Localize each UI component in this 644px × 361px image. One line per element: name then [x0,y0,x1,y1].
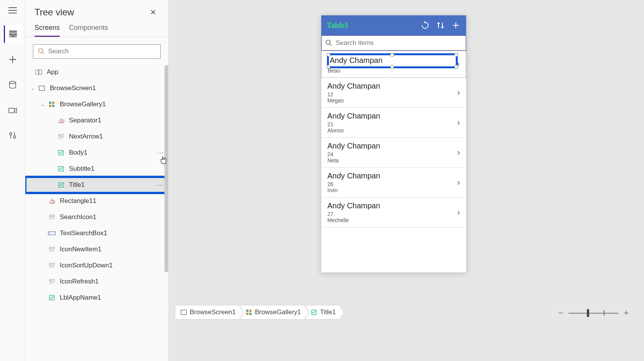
gallery-icon [48,100,56,109]
control-icon: + [48,261,56,270]
app-preview: Table1 Andy ChampanBeau›Andy Champan12Me… [321,15,466,272]
tree-scrollbar[interactable] [164,65,168,272]
tree-node-searchicon1[interactable]: +SearchIcon1 [25,209,168,225]
item-body: Mechelle [327,217,457,223]
svg-rect-50 [181,310,186,315]
gallery-item[interactable]: Andy Champan12Megan› [321,78,466,108]
tree-node-iconnewitem1[interactable]: +IconNewItem1 [25,241,168,257]
hamburger-icon[interactable] [5,3,21,18]
gallery-item[interactable]: Andy ChampanBeau› [321,51,466,78]
control-icon [57,148,65,157]
refresh-icon[interactable] [420,20,430,30]
selected-title-control[interactable]: Andy Champan [327,53,458,68]
rail-insert-icon[interactable] [4,51,21,68]
tree-node-separator1[interactable]: Separator1 [25,112,168,129]
zoom-control: − + [558,308,629,318]
tree-list: App ⌄ BrowseScreen1 ⌄ BrowseGallery1 Sep… [25,64,168,360]
add-icon[interactable] [451,20,461,30]
svg-line-49 [330,44,332,46]
svg-rect-17 [39,70,42,74]
svg-point-14 [39,49,43,53]
svg-text:+: + [53,265,54,269]
svg-text:+: + [53,282,54,285]
rail-data-icon[interactable] [4,76,21,94]
tab-components[interactable]: Components [69,24,108,37]
chevron-right-icon[interactable]: › [457,208,460,218]
item-title: Andy Champan [327,142,457,150]
svg-text:+: + [53,217,54,220]
svg-point-24 [59,135,61,137]
zoom-out-button[interactable]: − [558,308,563,318]
control-icon: + [48,213,56,221]
tree-node-lblappname1[interactable]: LblAppName1 [25,290,168,306]
zoom-slider[interactable] [568,313,618,314]
panel-title: Tree view [34,7,74,18]
gallery-item[interactable]: Andy Champan21Alonso› [321,108,466,138]
control-icon [48,197,56,205]
tree-node-body1[interactable]: Body1⋯ [25,145,168,161]
tree-node-textsearchbox1[interactable]: TextSearchBox1 [25,225,168,241]
chevron-right-icon[interactable]: › [457,148,460,158]
chevron-right-icon[interactable]: › [457,88,460,98]
rail-treeview-icon[interactable] [4,25,21,43]
tree-node-nextarrow1[interactable]: +NextArrow1 [25,129,168,145]
gallery-item[interactable]: Andy Champan27Mechelle› [321,198,466,227]
tree-search-box[interactable] [33,44,161,59]
control-icon [57,116,65,125]
tree-node-subtitle1[interactable]: Subtitle1 [25,161,168,177]
app-header: Table1 [321,15,466,35]
breadcrumb-gallery[interactable]: BrowseGallery1 [240,305,308,320]
item-subtitle: 12 [327,91,457,97]
svg-rect-21 [49,105,51,107]
svg-rect-53 [246,313,248,315]
item-title: Andy Champan [327,201,457,210]
tree-node-title1[interactable]: Title1⋯ [25,177,168,193]
item-body: Irvin [327,187,457,193]
svg-text:+: + [62,137,64,140]
tree-node-rectangle11[interactable]: Rectangle11 [25,193,168,209]
control-icon: + [57,132,65,141]
gallery-item[interactable]: Andy Champan24Neta› [321,138,466,168]
tree-node-app[interactable]: App [25,64,168,80]
svg-point-36 [49,247,51,249]
tree-node-iconrefresh1[interactable]: +IconRefresh1 [25,274,168,290]
svg-rect-9 [9,108,14,113]
tree-node-gallery[interactable]: ⌄ BrowseGallery1 [25,96,168,112]
app-search-bar[interactable] [321,35,466,51]
tab-screens[interactable]: Screens [34,24,60,37]
item-body: Neta [327,157,457,163]
svg-point-31 [49,215,51,217]
item-subtitle: 21 [327,121,457,127]
app-search-input[interactable] [336,39,462,47]
more-icon[interactable]: ⋯ [157,148,164,157]
item-body: Megan [327,97,457,104]
item-title: Andy Champan [327,112,457,120]
control-icon [48,293,56,302]
svg-rect-19 [49,102,51,104]
zoom-in-button[interactable]: + [624,308,629,318]
tree-node-iconsortupdown1[interactable]: +IconSortUpDown1 [25,257,168,274]
control-icon [48,229,56,237]
svg-point-12 [10,133,12,135]
chevron-down-icon[interactable]: ⌄ [30,86,35,91]
tree-search-input[interactable] [48,48,156,55]
chevron-down-icon[interactable]: ⌄ [40,102,45,107]
svg-rect-16 [36,70,38,74]
left-rail [0,0,25,361]
tree-node-screen[interactable]: ⌄ BrowseScreen1 [25,80,168,96]
svg-rect-51 [246,310,248,312]
gallery-item[interactable]: Andy Champan26Irvin› [321,168,466,198]
rail-advanced-icon[interactable] [4,127,21,144]
search-icon [38,48,44,55]
chevron-right-icon[interactable]: › [457,118,460,128]
rail-media-icon[interactable] [4,101,21,119]
item-subtitle: 27 [327,211,457,217]
chevron-right-icon[interactable]: › [457,178,460,188]
more-icon[interactable]: ⋯ [157,181,164,189]
breadcrumb-control[interactable]: Title1 [305,305,343,320]
sort-icon[interactable] [435,20,445,30]
item-subtitle: 24 [327,151,457,157]
item-body: Alonso [327,127,457,134]
close-icon[interactable]: ✕ [147,6,159,18]
breadcrumb-screen[interactable]: BrowseScreen1 [175,305,243,320]
